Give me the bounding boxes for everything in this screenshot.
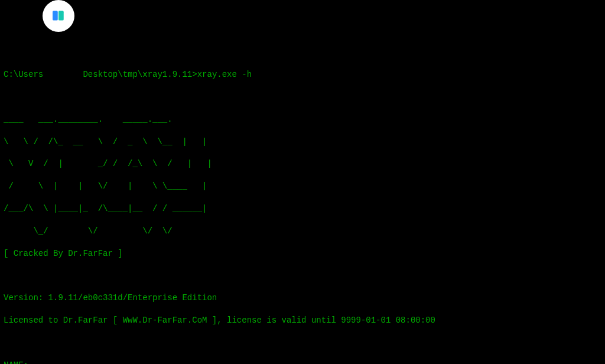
ascii-2: \ \ / /\_ __ \ / _ \ \__ | |	[4, 136, 601, 148]
todesk-icon	[50, 7, 67, 25]
overlay-app-icon	[43, 0, 74, 32]
ascii-6: \_/ \/ \/ \/	[4, 226, 601, 237]
prompt-line[interactable]: C:\Users Desktop\tmp\xray1.9.11>xray.exe…	[4, 69, 601, 80]
name-header: NAME:	[4, 360, 601, 365]
ascii-5: /___/\ \ |____|_ /\____|__ / / ______|	[4, 203, 601, 214]
blank	[4, 92, 601, 103]
license-line: Licensed to Dr.FarFar [ WwW.Dr-FarFar.Co…	[4, 315, 601, 326]
svg-rect-1	[58, 11, 64, 20]
cracked-by: [ Cracked By Dr.FarFar ]	[4, 248, 601, 259]
ascii-1: ____ ___.________. _____.___.	[4, 114, 601, 125]
prompt-path2: Desktop\tmp\xray1.9.11>	[83, 70, 197, 79]
svg-rect-0	[53, 11, 58, 20]
prompt-path1: C:\Users	[4, 70, 43, 79]
prompt-command: xray.exe -h	[197, 70, 252, 79]
blank	[4, 270, 601, 281]
blank	[4, 337, 601, 349]
ascii-3: \ V / | _/ / /_\ \ / | |	[4, 158, 601, 170]
ascii-4: / \ | | \/ | \ \____ |	[4, 181, 601, 192]
version-line: Version: 1.9.11/eb0c331d/Enterprise Edit…	[4, 292, 601, 304]
